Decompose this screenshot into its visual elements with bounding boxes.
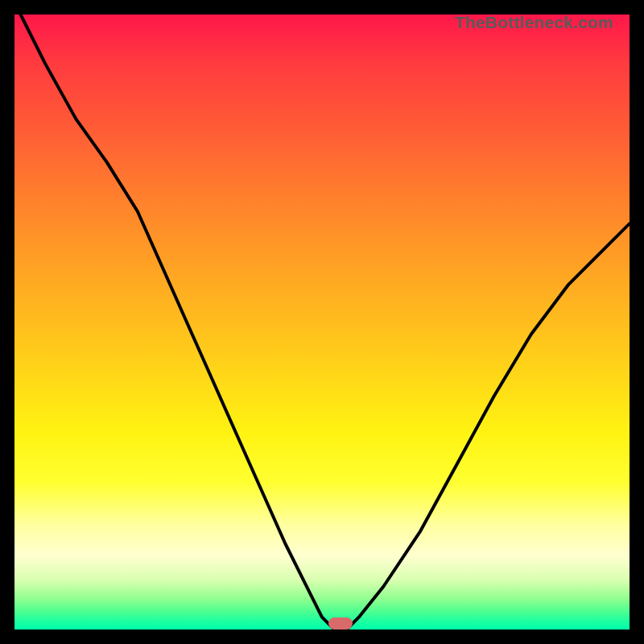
chart-container: TheBottleneck.com — [0, 0, 644, 644]
plot-area: TheBottleneck.com — [14, 14, 630, 630]
curve-svg — [14, 14, 630, 630]
bottleneck-curve — [21, 14, 630, 630]
minimum-marker — [328, 617, 353, 630]
